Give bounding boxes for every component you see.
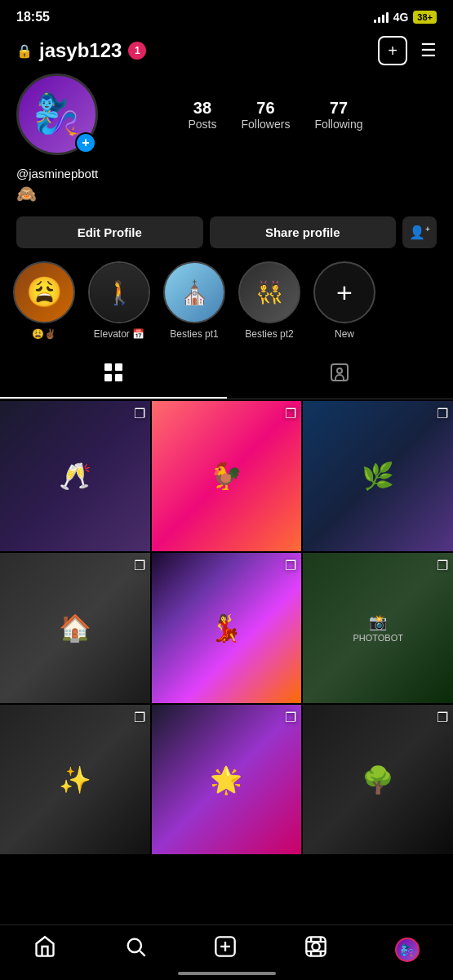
followers-count: 76 — [256, 99, 274, 118]
create-icon — [214, 935, 237, 964]
time: 18:55 — [16, 10, 50, 24]
reels-icon — [304, 935, 327, 964]
content-tabs — [0, 353, 453, 399]
multi-icon-7: ❐ — [285, 710, 296, 725]
multi-icon-6: ❐ — [134, 710, 145, 725]
highlights-row: 😩 😩✌🏾 🚶 Elevator 📅 ⛪ Besties pt1 👯 — [0, 261, 453, 353]
add-person-icon: 👤+ — [409, 225, 430, 240]
nav-profile-avatar: 🧞‍♀️ — [395, 938, 420, 962]
lock-icon: 🔒 — [16, 43, 33, 59]
tagged-icon — [330, 363, 349, 387]
svg-rect-0 — [104, 363, 112, 371]
add-story-button[interactable]: + — [75, 132, 96, 154]
svg-point-5 — [337, 368, 342, 373]
stats-row: 38 Posts 76 Followers 77 Following — [114, 99, 437, 131]
grid-icon — [104, 363, 123, 387]
new-highlight-circle: + — [313, 261, 375, 323]
grid-cell-1[interactable]: 🐓 ❐ — [152, 401, 302, 551]
avatar-emoji: 🧞‍♀️ — [33, 91, 82, 137]
svg-rect-11 — [306, 937, 325, 956]
header-right: + ☰ — [378, 36, 437, 65]
svg-point-12 — [312, 942, 319, 950]
highlight-circle-2: ⛪ — [163, 261, 225, 323]
following-count: 77 — [330, 99, 348, 118]
username: jasyb123 — [39, 39, 122, 62]
plus-icon: + — [388, 42, 397, 60]
battery-indicator: 38+ — [413, 11, 437, 24]
grid-cell-8[interactable]: 🌳 ❐ — [303, 705, 453, 855]
photo-grid: 🥂 ❐ 🐓 ❐ 🌿 ❐ 🏠 ❐ 💃 ❐ — [0, 401, 453, 854]
multi-icon-4: ❐ — [285, 558, 296, 573]
notification-badge[interactable]: 1 — [128, 42, 146, 60]
following-label: Following — [314, 118, 362, 131]
svg-rect-3 — [115, 374, 122, 381]
grid-cell-5[interactable]: 📸 PHOTOBOT ❐ — [303, 553, 453, 703]
avatar-add-icon: + — [82, 136, 89, 150]
nav-search[interactable] — [124, 935, 147, 964]
highlight-item-new[interactable]: + New — [313, 261, 375, 340]
posts-label: Posts — [188, 118, 216, 131]
nav-create[interactable] — [214, 935, 237, 964]
nav-reels[interactable] — [304, 935, 327, 964]
avatar-wrap: 🧞‍♀️ + — [16, 74, 98, 155]
multi-icon-2: ❐ — [437, 406, 448, 421]
highlight-label-1: Elevator 📅 — [94, 328, 144, 340]
edit-profile-button[interactable]: Edit Profile — [16, 216, 203, 248]
svg-point-6 — [128, 939, 141, 952]
bio-handle: @jasminepbott — [16, 167, 437, 180]
multi-icon-8: ❐ — [437, 710, 448, 725]
grid-cell-2[interactable]: 🌿 ❐ — [303, 401, 453, 551]
highlight-item-3[interactable]: 👯 Besties pt2 — [238, 261, 300, 340]
tab-grid[interactable] — [0, 353, 227, 399]
bio-emoji: 🙈 — [16, 184, 437, 203]
multi-icon-0: ❐ — [134, 406, 145, 421]
grid-cell-4[interactable]: 💃 ❐ — [152, 553, 302, 703]
posts-count: 38 — [193, 99, 211, 118]
status-right: 4G 38+ — [374, 11, 437, 24]
menu-button[interactable]: ☰ — [420, 40, 437, 61]
highlight-label-new: New — [335, 328, 354, 340]
grid-cell-0[interactable]: 🥂 ❐ — [0, 401, 150, 551]
following-stat[interactable]: 77 Following — [314, 99, 362, 131]
highlight-item-0[interactable]: 😩 😩✌🏾 — [13, 261, 75, 340]
highlight-circle-3: 👯 — [238, 261, 300, 323]
highlight-circle-1: 🚶 — [88, 261, 150, 323]
highlight-circle-0: 😩 — [13, 261, 75, 323]
profile-header: 🔒 jasyb123 1 + ☰ — [0, 31, 453, 74]
status-bar: 18:55 4G 38+ — [0, 0, 453, 31]
svg-rect-1 — [115, 363, 122, 371]
edit-profile-label: Edit Profile — [78, 225, 142, 239]
highlight-label-0: 😩✌🏾 — [32, 328, 56, 340]
header-left: 🔒 jasyb123 1 — [16, 39, 146, 62]
svg-rect-2 — [104, 374, 112, 381]
add-person-button[interactable]: 👤+ — [402, 216, 437, 248]
highlight-item-1[interactable]: 🚶 Elevator 📅 — [88, 261, 150, 340]
share-profile-label: Share profile — [265, 225, 340, 239]
svg-line-7 — [140, 951, 144, 956]
grid-cell-3[interactable]: 🏠 ❐ — [0, 553, 150, 703]
followers-stat[interactable]: 76 Followers — [241, 99, 290, 131]
tab-tagged[interactable] — [227, 353, 454, 399]
grid-cell-7[interactable]: 🌟 ❐ — [152, 705, 302, 855]
network-label: 4G — [393, 11, 409, 24]
multi-icon-5: ❐ — [437, 558, 448, 573]
home-indicator — [178, 972, 276, 975]
highlight-item-2[interactable]: ⛪ Besties pt1 — [163, 261, 225, 340]
profile-info: 🧞‍♀️ + 38 Posts 76 Followers 77 Followin… — [0, 74, 453, 167]
posts-stat[interactable]: 38 Posts — [188, 99, 216, 131]
search-icon — [124, 935, 147, 964]
signal-icon — [374, 11, 389, 23]
nav-profile[interactable]: 🧞‍♀️ — [395, 938, 420, 962]
multi-icon-1: ❐ — [285, 406, 296, 421]
add-content-button[interactable]: + — [378, 36, 407, 65]
share-profile-button[interactable]: Share profile — [210, 216, 397, 248]
grid-cell-6[interactable]: ✨ ❐ — [0, 705, 150, 855]
multi-icon-3: ❐ — [134, 558, 145, 573]
new-highlight-plus-icon: + — [336, 277, 353, 309]
nav-home[interactable] — [33, 935, 56, 964]
bio-section: @jasminepbott 🙈 — [0, 167, 453, 216]
home-icon — [33, 935, 56, 964]
highlight-label-2: Besties pt1 — [170, 328, 218, 340]
action-buttons: Edit Profile Share profile 👤+ — [0, 216, 453, 261]
followers-label: Followers — [241, 118, 290, 131]
